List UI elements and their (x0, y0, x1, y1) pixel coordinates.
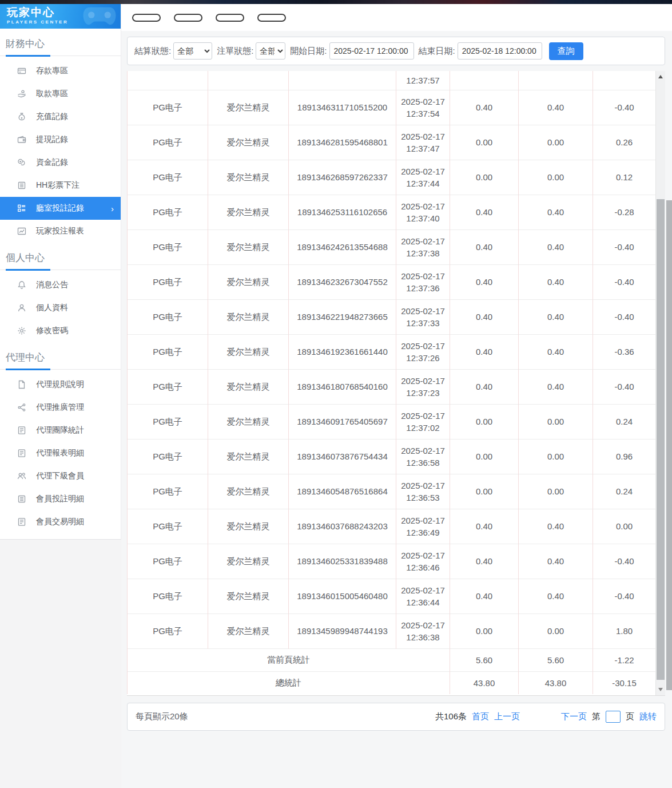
platform-cell: PG电子 (128, 474, 208, 509)
table-scrollbar[interactable] (655, 71, 665, 695)
table-container: 12:37:57 PG电子 爱尔兰精灵 1891346311710515200 … (127, 71, 665, 696)
menu-list: 代理規則說明 代理推廣管理 代理團隊統計 代理報表明細 代理下級會員 會員投註明… (0, 373, 121, 533)
order-no-cell: 1891346037688243203 (289, 509, 396, 544)
order-status-select[interactable]: 全部 (256, 42, 285, 60)
pagination-bar: 每頁顯示20條 共106条 首页 上一页 下一页 第 页 跳转 (127, 703, 665, 731)
table-row: PG电子 爱尔兰精灵 1891346180768540160 2025-02-1… (128, 369, 656, 404)
sidebar-section: 代理中心 代理規則說明 代理推廣管理 代理團隊統計 代理報表明細 代理下級會員 … (0, 342, 121, 533)
settle-status-select[interactable]: 全部 (173, 42, 212, 60)
menu-icon (17, 66, 26, 76)
sidebar-section-title: 代理中心 (0, 342, 121, 370)
valid-bet-cell: 0.40 (519, 195, 593, 229)
datetime-cell: 2025-02-1712:36:49 (396, 509, 450, 544)
menu-list: 消息公告 個人資料 修改密碼 (0, 274, 121, 342)
valid-bet-cell: 0.00 (519, 613, 593, 648)
valid-bet-cell: 0.40 (519, 229, 593, 264)
sidebar-item[interactable]: 提現記錄 (0, 128, 121, 151)
category-tab[interactable] (132, 14, 161, 22)
table-row: PG电子 爱尔兰精灵 1891346037688243203 2025-02-1… (128, 509, 656, 544)
game-cell: 爱尔兰精灵 (208, 509, 289, 544)
sidebar-item-label: 修改密碼 (36, 326, 68, 336)
sidebar-item[interactable]: 修改密碼 (0, 319, 121, 342)
win-loss-cell: 0.00 (593, 509, 656, 544)
filter-bar: 結算狀態: 全部 注單狀態: 全部 開始日期: 結束日期: 查詢 (127, 37, 665, 65)
next-page-link[interactable]: 下一页 (561, 711, 587, 722)
order-no-cell: 1891346180768540160 (289, 369, 396, 404)
start-date-label: 開始日期: (290, 46, 327, 57)
sidebar-item[interactable]: 個人資料 (0, 296, 121, 319)
menu-icon (17, 158, 26, 167)
sidebar-item[interactable]: 玩家投注報表 (0, 220, 121, 243)
total-count-label: 共106条 (435, 711, 467, 722)
win-loss-cell: 0.26 (593, 125, 656, 160)
category-tab[interactable] (174, 14, 202, 22)
platform-cell: PG电子 (128, 439, 208, 474)
jump-page-input[interactable] (606, 711, 621, 723)
order-no-cell: 1891346242613554688 (289, 229, 396, 264)
datetime-cell: 2025-02-1712:37:36 (396, 264, 450, 299)
grand-total-label: 總統計 (128, 671, 450, 694)
sidebar-item[interactable]: 會員交易明細 (0, 510, 121, 533)
table-body: 12:37:57 PG电子 爱尔兰精灵 1891346311710515200 … (128, 71, 656, 648)
game-cell: 爱尔兰精灵 (208, 474, 289, 509)
category-tab[interactable] (216, 14, 244, 22)
sidebar-item[interactable]: 存款專區 (0, 60, 121, 82)
datetime-cell: 2025-02-1712:37:26 (396, 334, 450, 369)
win-loss-cell: 1.80 (593, 613, 656, 648)
platform-cell: PG电子 (128, 229, 208, 264)
valid-bet-cell: 0.40 (519, 369, 593, 404)
prev-page-link[interactable]: 上一页 (494, 711, 520, 722)
sidebar-item[interactable]: 代理規則說明 (0, 373, 121, 396)
scroll-up-arrow-icon[interactable] (656, 72, 665, 81)
order-no-cell: 1891346192361661440 (289, 334, 396, 369)
sidebar-item[interactable]: 代理推廣管理 (0, 396, 121, 419)
menu-icon (17, 112, 26, 121)
game-cell: 爱尔兰精灵 (208, 299, 289, 334)
order-no-cell: 1891346281595468801 (289, 125, 396, 160)
platform-cell: PG电子 (128, 544, 208, 579)
sidebar-item[interactable]: 資金記錄 (0, 151, 121, 174)
menu-icon (17, 280, 26, 290)
win-loss-cell: -0.40 (593, 579, 656, 613)
win-loss-cell: 0.24 (593, 474, 656, 509)
game-cell: 爱尔兰精灵 (208, 195, 289, 229)
search-button[interactable]: 查詢 (549, 42, 583, 60)
grand-total-bet: 43.80 (450, 671, 519, 694)
table-summary: 當前頁統計 5.60 5.60 -1.22 總統計 43.80 43.80 -3… (128, 648, 656, 694)
sidebar-item[interactable]: HH彩票下注 (0, 174, 121, 197)
platform-cell: PG电子 (128, 579, 208, 613)
sidebar-item[interactable]: 代理下級會員 (0, 465, 121, 488)
grand-total-win: -30.15 (593, 671, 656, 694)
scrollbar-thumb[interactable] (657, 199, 665, 680)
valid-bet-cell: 0.40 (519, 334, 593, 369)
game-cell: 爱尔兰精灵 (208, 613, 289, 648)
datetime-cell: 2025-02-1712:37:40 (396, 195, 450, 229)
scroll-down-arrow-icon[interactable] (656, 685, 665, 694)
category-tab[interactable] (257, 14, 286, 22)
sidebar-item-label: HH彩票下注 (36, 180, 79, 191)
table-row: PG电子 爱尔兰精灵 1891346268597262337 2025-02-1… (128, 160, 656, 195)
table-row: PG电子 爱尔兰精灵 1891346253116102656 2025-02-1… (128, 195, 656, 229)
valid-bet-cell: 0.40 (519, 579, 593, 613)
jump-button[interactable]: 跳转 (639, 711, 657, 722)
valid-bet-cell: 0.40 (519, 544, 593, 579)
valid-bet-cell: 0.40 (519, 509, 593, 544)
first-page-link[interactable]: 首页 (472, 711, 489, 722)
page-scrollbar-thumb[interactable] (666, 200, 672, 690)
start-date-input[interactable] (329, 42, 414, 60)
sidebar-item[interactable]: 代理報表明細 (0, 442, 121, 465)
sidebar-item[interactable]: 廳室投註記錄 › (0, 197, 121, 220)
game-cell: 爱尔兰精灵 (208, 439, 289, 474)
sidebar-item-label: 個人資料 (36, 303, 68, 313)
sidebar-item-label: 代理推廣管理 (36, 402, 84, 413)
sidebar-nav: 財務中心 存款專區 取款專區 充值記錄 提現記錄 資金記錄 HH彩票下注 廳室投… (0, 29, 121, 533)
sidebar-item[interactable]: 充值記錄 (0, 105, 121, 128)
bet-amount-cell: 0.00 (450, 474, 519, 509)
sidebar-item[interactable]: 取款專區 (0, 82, 121, 105)
bet-amount-cell: 0.00 (450, 404, 519, 439)
sidebar-item[interactable]: 消息公告 (0, 274, 121, 296)
end-date-input[interactable] (458, 42, 542, 60)
sidebar-item[interactable]: 會員投註明細 (0, 488, 121, 510)
sidebar-item[interactable]: 代理團隊統計 (0, 419, 121, 442)
bet-amount-cell: 0.40 (450, 90, 519, 125)
